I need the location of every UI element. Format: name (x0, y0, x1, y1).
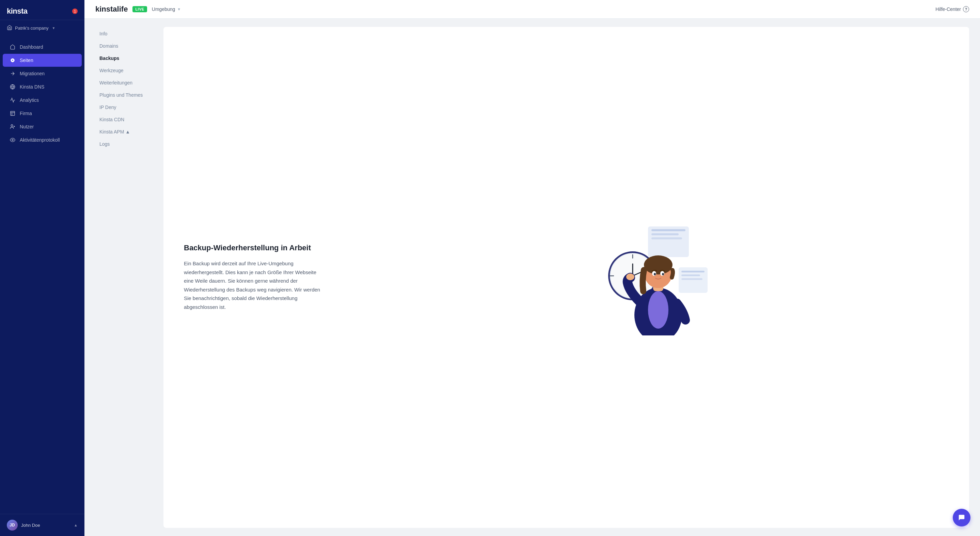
notification-badge[interactable]: 1 (72, 8, 78, 14)
svg-rect-11 (651, 229, 686, 231)
content-area: Info Domains Backups Werkzeuge Weiterlei… (84, 19, 980, 536)
sub-nav-kinsta-apm[interactable]: Kinsta APM ▲ (95, 126, 164, 137)
sidebar-item-migrationen[interactable]: Migrationen (3, 67, 82, 80)
user-add-icon (10, 124, 16, 130)
chat-icon (958, 514, 966, 522)
sidebar-item-label: Dashboard (20, 44, 43, 50)
topbar-left: kinstalife LIVE Umgebung ▼ (95, 5, 181, 14)
main-nav: Dashboard Seiten Migrationen Kinsta DNS … (0, 36, 84, 514)
sidebar-item-aktivitaeten[interactable]: Aktivitätenprotokoll (3, 134, 82, 146)
eye-icon (10, 137, 16, 143)
help-center-button[interactable]: Hilfe-Center ? (935, 6, 969, 12)
company-name: Patrik's company (15, 25, 49, 31)
svg-point-31 (644, 255, 673, 275)
sidebar: kinsta 1 Patrik's company ▼ Dashboard Se… (0, 0, 84, 536)
svg-point-35 (662, 273, 664, 275)
sidebar-footer: JD John Doe ▲ (0, 514, 84, 536)
sub-nav-logs[interactable]: Logs (95, 138, 164, 150)
environment-label: Umgebung (152, 6, 175, 12)
panel-content: Backup-Wiederherstellung in Arbeit Ein B… (164, 27, 969, 528)
sidebar-item-firma[interactable]: Firma (3, 107, 82, 120)
panel-illustration (340, 219, 949, 336)
sidebar-item-label: Kinsta DNS (20, 84, 44, 89)
footer-chevron-icon: ▲ (74, 523, 78, 527)
panel-title: Backup-Wiederherstellung in Arbeit (184, 243, 327, 252)
live-badge: LIVE (132, 6, 147, 12)
sub-nav-ip-deny[interactable]: IP Deny (95, 102, 164, 113)
site-title: kinstalife (95, 5, 128, 14)
svg-rect-12 (651, 233, 679, 235)
svg-rect-17 (681, 278, 703, 280)
sidebar-item-dashboard[interactable]: Dashboard (3, 41, 82, 54)
sub-nav-werkzeuge[interactable]: Werkzeuge (95, 65, 164, 76)
topbar: kinstalife LIVE Umgebung ▼ Hilfe-Center … (84, 0, 980, 19)
environment-selector[interactable]: Umgebung ▼ (152, 6, 181, 12)
svg-point-36 (626, 274, 635, 280)
panel-description: Ein Backup wird derzeit auf Ihre Live-Um… (184, 259, 327, 311)
sidebar-item-nutzer[interactable]: Nutzer (3, 120, 82, 133)
sidebar-item-label: Nutzer (20, 124, 34, 129)
avatar-initials: JD (7, 520, 18, 531)
chat-button[interactable] (953, 509, 970, 526)
sub-nav-plugins-themes[interactable]: Plugins und Themes (95, 89, 164, 100)
svg-point-6 (11, 125, 13, 126)
env-chevron-icon: ▼ (177, 7, 181, 11)
sidebar-item-seiten[interactable]: Seiten (3, 54, 82, 67)
sub-sidebar: Info Domains Backups Werkzeuge Weiterlei… (95, 27, 164, 528)
sidebar-header: kinsta 1 (0, 0, 84, 20)
sidebar-item-label: Analytics (20, 97, 39, 103)
svg-point-1 (12, 60, 13, 61)
main-panel: Backup-Wiederherstellung in Arbeit Ein B… (164, 27, 969, 528)
help-center-label: Hilfe-Center (935, 6, 961, 12)
sub-nav-info[interactable]: Info (95, 28, 164, 39)
sidebar-item-label: Aktivitätenprotokoll (20, 137, 60, 143)
svg-rect-13 (651, 237, 682, 239)
avatar: JD (7, 520, 18, 531)
help-circle-icon: ? (963, 6, 969, 12)
sidebar-item-label: Firma (20, 111, 32, 116)
sub-nav-weiterleitungen[interactable]: Weiterleitungen (95, 77, 164, 88)
backup-illustration (580, 219, 709, 336)
svg-rect-15 (681, 271, 705, 272)
sub-nav-backups[interactable]: Backups (95, 53, 164, 64)
svg-rect-5 (11, 111, 14, 115)
user-name: John Doe (21, 523, 70, 528)
svg-rect-16 (681, 275, 700, 276)
company-chevron-icon: ▼ (52, 26, 56, 30)
sidebar-item-analytics[interactable]: Analytics (3, 94, 82, 107)
home-icon (10, 44, 16, 50)
sub-nav-kinsta-cdn[interactable]: Kinsta CDN (95, 114, 164, 125)
sidebar-item-label: Seiten (20, 57, 33, 63)
svg-point-28 (648, 291, 668, 329)
home-icon (7, 25, 12, 31)
svg-point-34 (654, 273, 656, 275)
migration-icon (10, 70, 16, 76)
main-content: kinstalife LIVE Umgebung ▼ Hilfe-Center … (84, 0, 980, 536)
logo: kinsta (7, 7, 28, 16)
company-selector[interactable]: Patrik's company ▼ (0, 20, 84, 36)
svg-point-9 (12, 139, 13, 141)
circle-icon (10, 57, 16, 64)
sub-nav-domains[interactable]: Domains (95, 41, 164, 51)
sidebar-item-kinsta-dns[interactable]: Kinsta DNS (3, 80, 82, 93)
panel-text: Backup-Wiederherstellung in Arbeit Ein B… (184, 243, 327, 311)
dns-icon (10, 84, 16, 90)
sidebar-item-label: Migrationen (20, 71, 45, 76)
building-icon (10, 110, 16, 116)
analytics-icon (10, 97, 16, 103)
